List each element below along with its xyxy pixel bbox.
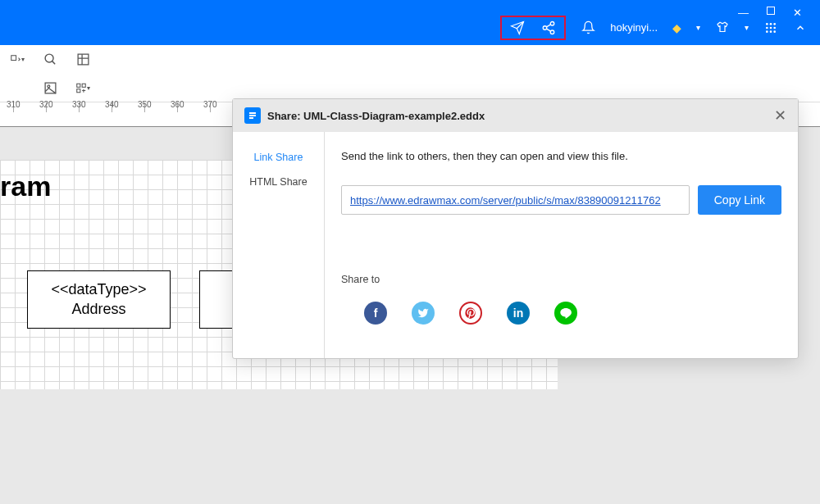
send-icon[interactable]: [510, 20, 525, 35]
dialog-body: Link Share HTML Share Send the link to o…: [233, 132, 798, 358]
diagram-title[interactable]: ram: [0, 170, 51, 202]
window-controls: — ✕: [738, 7, 802, 19]
svg-point-2: [550, 30, 554, 34]
share-link-input[interactable]: https://www.edrawmax.com/server/public/s…: [341, 185, 690, 215]
username-label[interactable]: hokyinyi...: [610, 21, 658, 34]
svg-point-1: [543, 25, 547, 30]
ruler-tick: 330: [72, 100, 86, 109]
facebook-icon[interactable]: f: [364, 302, 387, 325]
svg-rect-14: [78, 54, 89, 65]
ruler-tick: 350: [138, 100, 152, 109]
svg-point-0: [550, 21, 554, 25]
svg-point-16: [47, 85, 49, 88]
titlebar-right-cluster: hokyinyi... ◆ ▾ ▾: [500, 16, 808, 40]
link-row: https://www.edrawmax.com/server/public/s…: [341, 185, 781, 215]
share-to-section: Share to f in: [341, 274, 781, 325]
pinterest-icon[interactable]: [459, 302, 482, 325]
dialog-title: Share: UML-Class-Diagram-example2.eddx: [267, 110, 485, 122]
share-to-label: Share to: [341, 274, 781, 285]
svg-point-4: [770, 23, 772, 25]
svg-point-13: [45, 54, 53, 62]
apps-icon[interactable]: [763, 20, 778, 35]
svg-point-11: [773, 30, 776, 33]
copy-link-button[interactable]: Copy Link: [698, 185, 781, 215]
tab-html-share[interactable]: HTML Share: [233, 170, 324, 194]
twitter-icon[interactable]: [412, 302, 435, 325]
app-icon: [244, 107, 261, 124]
svg-point-5: [773, 23, 776, 25]
svg-rect-17: [77, 84, 80, 87]
line-icon[interactable]: [554, 302, 577, 325]
bell-icon[interactable]: [581, 20, 595, 35]
minimize-button[interactable]: —: [738, 7, 749, 19]
svg-point-7: [770, 26, 772, 29]
instruction-text: Send the link to others, then they can o…: [341, 150, 781, 162]
svg-rect-19: [77, 89, 80, 93]
dialog-tabs: Link Share HTML Share: [233, 132, 325, 358]
share-buttons-highlight: [500, 16, 566, 40]
dialog-close-button[interactable]: ✕: [774, 107, 786, 125]
search-icon[interactable]: [43, 52, 57, 67]
close-button[interactable]: ✕: [793, 7, 802, 19]
svg-point-10: [770, 30, 772, 33]
stereotype-label: <<dataType>>: [39, 279, 158, 299]
diamond-dropdown[interactable]: ▾: [696, 23, 700, 32]
components-icon[interactable]: ▾: [75, 81, 90, 96]
ruler-tick: 340: [105, 100, 119, 109]
linkedin-icon[interactable]: in: [507, 302, 530, 325]
toolbar: ▾ ▾: [0, 45, 820, 102]
svg-point-6: [766, 26, 768, 29]
svg-rect-18: [82, 84, 85, 87]
diamond-icon[interactable]: ◆: [672, 21, 681, 34]
dialog-header: Share: UML-Class-Diagram-example2.eddx ✕: [233, 99, 798, 132]
tool-dropdown-icon[interactable]: ▾: [10, 52, 25, 67]
collapse-icon[interactable]: [793, 20, 808, 35]
svg-point-3: [766, 23, 768, 25]
maximize-button[interactable]: [767, 7, 775, 15]
tab-link-share[interactable]: Link Share: [233, 145, 324, 170]
share-icon[interactable]: [541, 20, 556, 35]
image-icon[interactable]: [43, 81, 57, 96]
dialog-content: Send the link to others, then they can o…: [325, 132, 798, 358]
datatype-box-address[interactable]: <<dataType>> Address: [27, 270, 171, 329]
svg-point-8: [773, 26, 776, 29]
svg-rect-12: [11, 55, 16, 60]
ruler-tick: 370: [203, 100, 217, 109]
shirt-icon[interactable]: [715, 20, 730, 35]
titlebar: — ✕ hokyinyi... ◆ ▾ ▾: [0, 0, 820, 45]
share-dialog: Share: UML-Class-Diagram-example2.eddx ✕…: [232, 98, 799, 359]
svg-point-9: [766, 30, 768, 33]
ruler-tick: 310: [7, 100, 20, 109]
ruler-tick: 360: [171, 100, 184, 109]
class-name-label: Address: [39, 299, 158, 319]
social-row: f in: [341, 302, 781, 325]
ruler-tick: 320: [39, 100, 53, 109]
table-icon[interactable]: [75, 52, 90, 67]
shirt-dropdown[interactable]: ▾: [745, 23, 749, 32]
